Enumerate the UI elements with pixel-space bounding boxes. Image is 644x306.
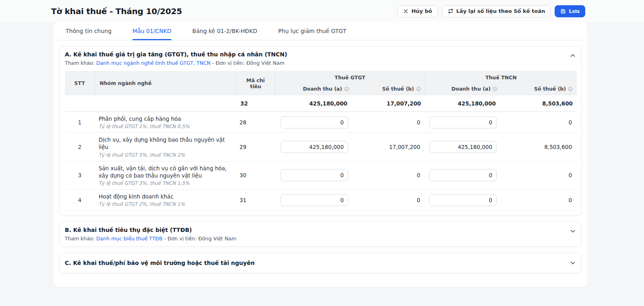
col-header-gtgt-tax: Số thuế (b)	[353, 83, 425, 95]
reload-button-label: Lấy lại số liệu theo Sổ kế toán	[456, 8, 545, 14]
row-stt: 1	[65, 112, 95, 133]
tncn-tax-value: 0	[502, 190, 577, 211]
row-stt: 2	[65, 133, 95, 161]
section-a: A. Kê khai thuế giá trị gia tăng (GTGT),…	[59, 46, 582, 216]
gtgt-tax-value: 0	[353, 112, 425, 133]
cancel-button-label: Hủy bỏ	[411, 8, 432, 14]
section-b: B. Kê khai thuế tiêu thụ đặc biệt (TTĐB)…	[59, 221, 582, 247]
section-c-header: C. Kê khai thuế/phí bảo vệ môi trường ho…	[65, 260, 576, 266]
gtgt-tax-value: 17,007,200	[353, 133, 425, 161]
industry-group-name: Sản xuất, vận tải, dịch vụ có gắn với hà…	[99, 165, 232, 179]
col-header-gtgt-revenue: Doanh thu (a)	[275, 83, 353, 95]
cancel-button[interactable]: Hủy bỏ	[397, 5, 438, 17]
reference-prefix: Tham khảo:	[65, 236, 96, 242]
close-icon	[403, 8, 409, 14]
tab-bar: Thông tin chung Mẫu 01/CNKD Bảng kê 01-2…	[54, 22, 587, 40]
table-row: 4 Hoạt động kinh doanh khác Tỷ lệ thuế G…	[65, 190, 577, 211]
col-header-code: Mã chỉ tiêu	[236, 71, 275, 95]
tab-thong-tin-chung[interactable]: Thông tin chung	[66, 22, 111, 40]
target-code: 31	[236, 190, 275, 211]
col-header-tncn-revenue: Doanh thu (a)	[425, 83, 502, 95]
section-a-title: A. Kê khai thuế giá trị gia tăng (GTGT),…	[65, 51, 287, 58]
tab-phu-luc-giam-thue[interactable]: Phụ lục giảm thuế GTGT	[278, 22, 346, 40]
tncn-revenue-input[interactable]	[429, 141, 497, 153]
tncn-revenue-input[interactable]	[429, 116, 497, 128]
total-gtgt-revenue: 425,180,000	[275, 95, 353, 112]
section-b-reference: Tham khảo: Danh mục biểu thuế TTĐB - Đơn…	[65, 236, 236, 242]
gtgt-revenue-input[interactable]	[281, 169, 348, 181]
info-icon[interactable]	[568, 87, 573, 91]
section-b-header: B. Kê khai thuế tiêu thụ đặc biệt (TTĐB)…	[65, 227, 576, 242]
total-tncn-tax: 8,503,600	[502, 95, 577, 112]
content-area: A. Kê khai thuế giá trị gia tăng (GTGT),…	[54, 40, 587, 279]
tax-declaration-table: STT Nhóm ngành nghề Mã chỉ tiêu Thuế GTG…	[65, 71, 577, 211]
tax-rate-note: Tỷ lệ thuế GTGT 3%, thuế TNCN 1,5%	[99, 180, 232, 186]
total-tncn-revenue: 425,180,000	[425, 95, 502, 112]
section-c: C. Kê khai thuế/phí bảo vệ môi trường ho…	[59, 252, 582, 273]
swap-arrows-icon	[448, 8, 454, 14]
save-icon	[560, 8, 566, 14]
reference-prefix: Tham khảo:	[65, 60, 96, 66]
gtgt-tax-value: 0	[353, 190, 425, 211]
industry-group-name: Hoạt động kinh doanh khác	[99, 193, 232, 200]
currency-note: - Đơn vị tiền: Đồng Việt Nam	[211, 60, 284, 66]
gtgt-tax-value: 0	[353, 161, 425, 189]
row-stt: 4	[65, 190, 95, 211]
tncn-tax-value: 0	[502, 161, 577, 189]
industry-group-name: Phân phối, cung cấp hàng hóa	[99, 115, 232, 122]
info-icon[interactable]	[416, 87, 421, 91]
col-header-group: Nhóm ngành nghề	[95, 71, 236, 95]
table-row: 3 Sản xuất, vận tải, dịch vụ có gắn với …	[65, 161, 577, 189]
info-icon[interactable]	[493, 87, 497, 91]
row-stt: 3	[65, 161, 95, 189]
gtgt-tncn-category-link[interactable]: Danh mục ngành nghề tính thuế GTGT, TNCN	[96, 60, 211, 66]
topbar: Tờ khai thuế - Tháng 10/2025 Hủy bỏ Lấy …	[0, 0, 644, 22]
total-code: 32	[236, 95, 275, 112]
target-code: 30	[236, 161, 275, 189]
tab-bang-ke-01-2[interactable]: Bảng kê 01-2/BK-HĐKD	[192, 22, 257, 40]
chevron-up-icon[interactable]	[570, 52, 576, 59]
main-card: Thông tin chung Mẫu 01/CNKD Bảng kê 01-2…	[54, 22, 587, 287]
reload-from-ledger-button[interactable]: Lấy lại số liệu theo Sổ kế toán	[442, 5, 551, 17]
tncn-revenue-input[interactable]	[429, 194, 497, 206]
industry-group-name: Dịch vụ, xây dựng không bao thầu nguyên …	[99, 136, 232, 151]
ttdb-category-link[interactable]: Danh mục biểu thuế TTĐB	[96, 236, 163, 242]
gtgt-revenue-input[interactable]	[281, 141, 348, 153]
tax-rate-note: Tỷ lệ thuế GTGT 5%, thuế TNCN 2%	[99, 152, 232, 158]
currency-note: - Đơn vị tiền: Đồng Việt Nam	[163, 236, 236, 242]
col-header-stt: STT	[65, 71, 95, 95]
info-icon[interactable]	[344, 87, 349, 91]
target-code: 28	[236, 112, 275, 133]
topbar-actions: Hủy bỏ Lấy lại số liệu theo Sổ kế toán L…	[397, 5, 585, 17]
tax-rate-note: Tỷ lệ thuế GTGT 1%, thuế TNCN 0,5%	[99, 124, 232, 129]
tax-rate-note: Tỷ lệ thuế GTGT 2%, thuế TNCN 1%	[99, 201, 232, 207]
target-code: 29	[236, 133, 275, 161]
total-gtgt-tax: 17,007,200	[353, 95, 425, 112]
table-row: 1 Phân phối, cung cấp hàng hóa Tỷ lệ thu…	[65, 112, 577, 133]
section-a-header: A. Kê khai thuế giá trị gia tăng (GTGT),…	[65, 51, 576, 66]
col-header-gtgt: Thuế GTGT	[275, 71, 425, 83]
tncn-tax-value: 8,503,600	[502, 133, 577, 161]
section-b-title: B. Kê khai thuế tiêu thụ đặc biệt (TTĐB)	[65, 227, 236, 233]
col-header-tncn: Thuế TNCN	[425, 71, 577, 83]
gtgt-revenue-input[interactable]	[281, 194, 348, 206]
page-title: Tờ khai thuế - Tháng 10/2025	[51, 6, 182, 16]
tab-mau-01-cnkd[interactable]: Mẫu 01/CNKD	[132, 22, 171, 40]
section-a-reference: Tham khảo: Danh mục ngành nghề tính thuế…	[65, 60, 287, 66]
gtgt-revenue-input[interactable]	[281, 116, 348, 128]
col-header-tncn-tax: Số thuế (b)	[502, 83, 577, 95]
totals-row: 32 425,180,000 17,007,200 425,180,000 8,…	[65, 95, 577, 112]
chevron-down-icon[interactable]	[570, 260, 576, 266]
tncn-revenue-input[interactable]	[429, 169, 497, 181]
save-button-label: Lưu	[569, 8, 580, 14]
save-button[interactable]: Lưu	[555, 5, 585, 17]
chevron-down-icon[interactable]	[570, 228, 576, 234]
tncn-tax-value: 0	[502, 112, 577, 133]
table-row: 2 Dịch vụ, xây dựng không bao thầu nguyê…	[65, 133, 577, 161]
section-c-title: C. Kê khai thuế/phí bảo vệ môi trường ho…	[65, 260, 255, 266]
